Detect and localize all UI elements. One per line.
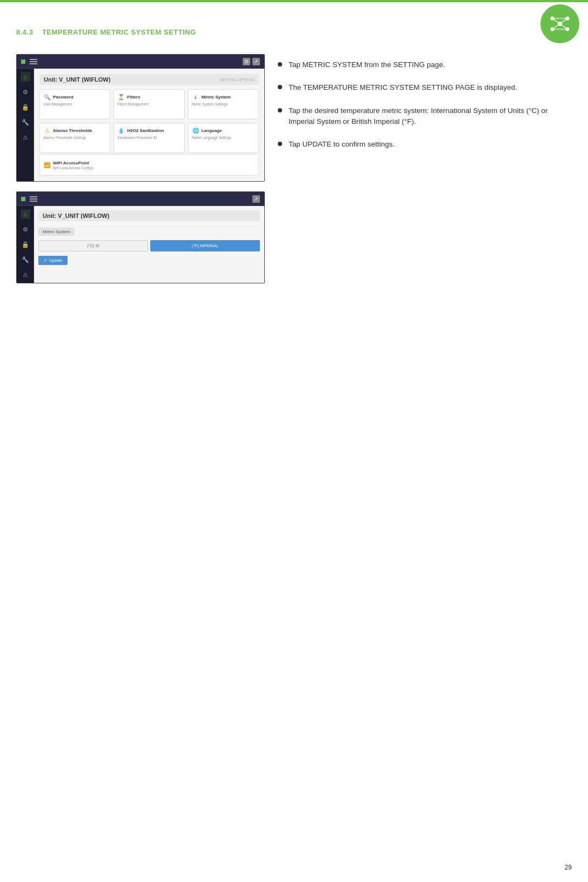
- topbar2-icon-arrow: ↗: [252, 195, 260, 203]
- h2o2-icon: 💧: [117, 127, 125, 134]
- topbar-lines: [30, 59, 37, 64]
- alarms-card[interactable]: ⚠ Alarms Thresholds Alarms Thresholds Se…: [39, 123, 110, 153]
- logo-icon: [548, 12, 572, 36]
- unit2-title-text: Unit: V_UNIT (WIFLOW): [43, 213, 109, 219]
- screen2-topbar: ↗: [17, 192, 264, 206]
- sidebar-lock-icon: 🔒: [21, 102, 30, 112]
- sidebar2-home-icon: ⌂: [21, 209, 30, 219]
- topbar-icon-arrow: ↗: [252, 58, 260, 65]
- update-button[interactable]: ✓ Update: [38, 256, 68, 265]
- topbar-icon-settings: ⚙: [243, 58, 250, 65]
- alarms-icon: ⚠: [43, 127, 51, 134]
- alarms-subtitle: Alarms Thresholds Settings: [43, 136, 106, 140]
- svg-line-5: [552, 18, 560, 24]
- filters-title: Filters: [127, 95, 140, 100]
- bullet-item-2: The TEMPERATURE METRIC SYSTEM SETTING PA…: [278, 82, 572, 93]
- sidebar2-settings-icon: ⚙: [21, 224, 30, 234]
- section-title: TEMPERATURE METRIC SYSTEM SETTING: [42, 28, 196, 36]
- sidebar2-wrench-icon: 🔧: [21, 255, 30, 264]
- sidebar-alert-icon: ⚠: [21, 132, 30, 142]
- screen2-unit-title: Unit: V_UNIT (WIFLOW): [38, 210, 260, 221]
- bullet-item-3: Tap the desired temperature metric syste…: [278, 105, 572, 128]
- screen2-main: Unit: V_UNIT (WIFLOW) Metric System (°C)…: [34, 206, 264, 283]
- bullet-dot-1: [278, 62, 282, 67]
- content-area: ⚙ ↗ ⌂ ⚙ 🔒 🔧 ⚠ Unit: V_UNIT (WIFLOW): [0, 54, 588, 283]
- update-check-icon: ✓: [44, 258, 48, 263]
- bullet-dot-3: [278, 108, 282, 112]
- option-si[interactable]: (°C) SI: [38, 240, 148, 251]
- svg-line-8: [560, 24, 567, 29]
- wifi-subtitle: Wifi Local Access Configs.: [53, 166, 94, 170]
- topbar2-lines: [30, 196, 37, 202]
- top-line: [0, 0, 588, 2]
- sidebar-settings-icon: ⚙: [21, 87, 30, 97]
- topbar2-line: [30, 201, 37, 202]
- screen2-mockup: ↗ ⌂ ⚙ 🔒 🔧 ⚠ Unit: V_UNIT (WIFLOW): [16, 191, 265, 283]
- topbar2-right: ↗: [252, 195, 260, 203]
- option-imperial[interactable]: (°F) IMPERIAL: [150, 240, 260, 251]
- page-number: 29: [565, 864, 572, 871]
- password-card[interactable]: 🔍 Password User Management: [39, 89, 110, 120]
- section-heading: 8.4.3 TEMPERATURE METRIC SYSTEM SETTING: [16, 28, 196, 36]
- metric-subtitle: Metric System Settings: [192, 102, 255, 106]
- topbar-line: [30, 63, 37, 64]
- unit-subtitle-text: SETTING OPTIONS: [220, 78, 255, 82]
- metric-card[interactable]: 🌡 Metric System Metric System Settings: [188, 89, 259, 120]
- svg-line-7: [552, 24, 560, 29]
- topbar-line: [30, 59, 37, 60]
- password-title: Password: [53, 95, 74, 100]
- bullet-item-4: Tap UPDATE to confirm settings.: [278, 139, 572, 150]
- screen2-body: ⌂ ⚙ 🔒 🔧 ⚠ Unit: V_UNIT (WIFLOW) Metric S…: [17, 206, 264, 283]
- filters-icon: ⏳: [117, 93, 125, 101]
- h2o2-title: H2O2 Sanitization: [127, 128, 164, 133]
- section-number: 8.4.3: [16, 28, 33, 36]
- h2o2-subtitle: Sanitization Procedure M.: [117, 136, 181, 140]
- screen1-unit-title: Unit: V_UNIT (WIFLOW) SETTING OPTIONS: [39, 74, 259, 85]
- topbar-line: [30, 61, 37, 62]
- topbar-right: ⚙ ↗: [243, 58, 260, 65]
- bullet-text-2: The TEMPERATURE METRIC SYSTEM SETTING PA…: [289, 82, 517, 93]
- language-card[interactable]: 🌐 Language Tablet Language Settings: [188, 123, 259, 153]
- bullet-dot-2: [278, 85, 282, 89]
- language-icon: 🌐: [192, 127, 199, 134]
- metric-options-row: (°C) SI (°F) IMPERIAL: [38, 240, 260, 251]
- language-title: Language: [202, 128, 222, 133]
- filters-card[interactable]: ⏳ Filters Filters Management: [113, 89, 184, 120]
- metric-title: Metric System: [202, 95, 231, 100]
- wifi-card[interactable]: 📶 WiFi AccessPoint Wifi Local Access Con…: [39, 154, 259, 176]
- screen1-mockup: ⚙ ↗ ⌂ ⚙ 🔒 🔧 ⚠ Unit: V_UNIT (WIFLOW): [16, 54, 265, 182]
- password-icon: 🔍: [43, 93, 51, 101]
- update-button-label: Update: [49, 258, 62, 263]
- topbar2-dot: [21, 197, 25, 201]
- screen2-sidebar: ⌂ ⚙ 🔒 🔧 ⚠: [17, 206, 34, 283]
- sidebar2-alert-icon: ⚠: [21, 270, 30, 280]
- sidebar-wrench-icon: 🔧: [21, 117, 30, 127]
- logo-circle: [540, 4, 579, 43]
- sidebar2-lock-icon: 🔒: [21, 240, 30, 249]
- topbar2-line: [30, 196, 37, 197]
- bullet-list: Tap METRIC SYSTEM from the SETTING page.…: [278, 59, 572, 150]
- bullet-text-3: Tap the desired temperature metric syste…: [289, 105, 572, 128]
- metric-system-label: Metric System: [38, 228, 75, 236]
- wifi-title: WiFi AccessPoint: [53, 161, 94, 165]
- screen1-body: ⌂ ⚙ 🔒 🔧 ⚠ Unit: V_UNIT (WIFLOW) SETTING …: [17, 69, 264, 181]
- screenshots-column: ⚙ ↗ ⌂ ⚙ 🔒 🔧 ⚠ Unit: V_UNIT (WIFLOW): [16, 54, 265, 283]
- bullet-text-1: Tap METRIC SYSTEM from the SETTING page.: [289, 59, 445, 70]
- language-subtitle: Tablet Language Settings: [192, 136, 255, 140]
- logo-container: [540, 4, 579, 43]
- unit-title-text: Unit: V_UNIT (WIFLOW): [44, 76, 110, 83]
- screen1-topbar: ⚙ ↗: [17, 55, 264, 69]
- bullets-column: Tap METRIC SYSTEM from the SETTING page.…: [278, 54, 572, 283]
- wifi-icon: 📶: [43, 161, 51, 169]
- h2o2-card[interactable]: 💧 H2O2 Sanitization Sanitization Procedu…: [113, 123, 184, 153]
- screen1-main: Unit: V_UNIT (WIFLOW) SETTING OPTIONS 🔍 …: [34, 69, 264, 181]
- alarms-title: Alarms Thresholds: [53, 128, 92, 133]
- topbar-dot: [21, 59, 25, 64]
- settings-grid: 🔍 Password User Management ⏳ Filters Fi: [39, 89, 259, 153]
- svg-line-6: [560, 18, 567, 24]
- screen1-sidebar: ⌂ ⚙ 🔒 🔧 ⚠: [17, 69, 34, 181]
- sidebar-home-icon: ⌂: [21, 72, 30, 82]
- bullet-item-1: Tap METRIC SYSTEM from the SETTING page.: [278, 59, 572, 70]
- bullet-text-4: Tap UPDATE to confirm settings.: [289, 139, 395, 150]
- metric-icon: 🌡: [192, 93, 199, 101]
